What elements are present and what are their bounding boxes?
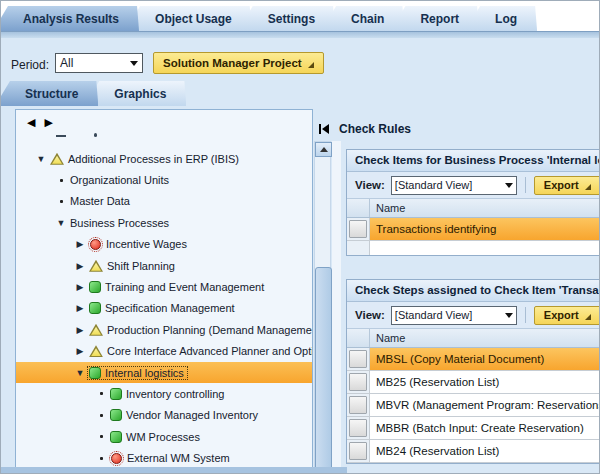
main-tab-bar: Analysis ResultsObject UsageSettingsChai… <box>1 1 600 31</box>
collapse-node-icon[interactable]: ▼ <box>54 218 68 228</box>
export-label: Export <box>544 179 579 191</box>
bullet-icon <box>54 179 68 182</box>
tree-item-labelwrap: Inventory controlling <box>108 387 228 401</box>
expand-node-icon[interactable]: ▶ <box>73 261 87 271</box>
row-name-cell: Transactions identifying <box>370 218 600 240</box>
row-selector-button[interactable] <box>349 419 367 437</box>
tree-item-label: Core Interface Advanced Planner and Opti… <box>107 345 313 357</box>
tab-settings[interactable]: Settings <box>238 6 335 31</box>
expand-node-icon[interactable]: ▶ <box>73 239 87 249</box>
collapse-node-icon[interactable]: ▼ <box>73 368 87 378</box>
table-row[interactable]: MB25 (Reservation List) <box>347 371 600 394</box>
row-selector-button[interactable] <box>349 220 367 238</box>
row-selector-button[interactable] <box>349 373 367 391</box>
toolbar-separator <box>525 307 526 323</box>
row-name-cell: MB25 (Reservation List) <box>370 371 600 393</box>
panel-toolbar: View: [Standard View] Export <box>347 172 600 199</box>
scrollbar-thumb[interactable] <box>315 267 332 474</box>
tree-item-business-processes[interactable]: ▼Business Processes <box>16 212 312 233</box>
period-dropdown[interactable]: All <box>55 53 143 73</box>
tree-item-specification-management[interactable]: ▶Specification Management <box>16 298 312 319</box>
vertical-scrollbar[interactable] <box>314 141 331 474</box>
tree-item-labelwrap: Master Data <box>68 194 134 208</box>
tree-item-internal-logistics[interactable]: ▼Internal logistics <box>16 362 312 383</box>
solution-manager-project-button[interactable]: Solution Manager Project <box>153 52 324 74</box>
tree-item-external-wm-system[interactable]: External WM System <box>16 447 312 468</box>
table-row[interactable]: MB24 (Reservation List) <box>347 440 600 463</box>
tree-item-core-interface-advanced-planner-and-optimizer[interactable]: ▶Core Interface Advanced Planner and Opt… <box>16 341 312 362</box>
selector-column-header <box>347 199 370 217</box>
clipped-tree-item-fragment <box>56 135 66 137</box>
tree-item-label: Organizational Units <box>70 174 169 186</box>
structure-tree-panel: ◀ ▶ ▼Additional Processes in ERP (IBIS)O… <box>15 109 313 469</box>
green-square-icon <box>110 431 122 443</box>
tree-item-label: Inventory controlling <box>126 388 224 400</box>
tree-item-labelwrap: Vendor Managed Inventory <box>108 408 262 422</box>
collapse-panel-icon[interactable] <box>319 124 329 134</box>
collapse-node-icon[interactable]: ▼ <box>34 154 48 164</box>
tree-item-labelwrap: Incentive Wages <box>87 237 191 251</box>
row-selector-cell <box>347 218 370 240</box>
tree-item-labelwrap: Additional Processes in ERP (IBIS) <box>48 152 243 166</box>
check-steps-panel: Check Steps assigned to Check Item 'Tran… <box>346 279 600 464</box>
row-selector-button[interactable] <box>349 350 367 368</box>
scroll-left-icon[interactable]: ◀ <box>27 116 35 129</box>
warning-triangle-icon <box>89 260 103 272</box>
export-button[interactable]: Export <box>534 306 600 325</box>
table-row[interactable]: Transactions identifying <box>347 218 600 241</box>
tree-item-label: External WM System <box>127 452 230 464</box>
export-button[interactable]: Export <box>534 176 600 195</box>
tab-analysis-results[interactable]: Analysis Results <box>0 6 139 31</box>
tab-object-usage[interactable]: Object Usage <box>125 6 252 31</box>
bottom-strip <box>1 467 347 474</box>
green-square-icon <box>89 302 101 314</box>
tree-item-organizational-units[interactable]: Organizational Units <box>16 169 312 190</box>
row-selector-cell <box>347 394 370 416</box>
row-selector-button[interactable] <box>349 442 367 460</box>
warning-triangle-icon <box>50 153 64 165</box>
tree-item-master-data[interactable]: Master Data <box>16 191 312 212</box>
tree-item-production-planning-demand-management-[interactable]: ▶Production Planning (Demand Management) <box>16 319 312 340</box>
row-name-cell: MB24 (Reservation List) <box>370 440 600 462</box>
tree-item-labelwrap: External WM System <box>108 451 234 465</box>
expand-node-icon[interactable]: ▶ <box>73 346 87 356</box>
row-name-cell: MBBR (Batch Input: Create Reservation) <box>370 417 600 439</box>
view-label: View: <box>355 179 385 191</box>
panel-toolbar: View: [Standard View] Export <box>347 302 600 329</box>
scroll-right-icon[interactable]: ▶ <box>44 116 52 129</box>
empty-row <box>347 241 600 255</box>
table-row[interactable]: MBSL (Copy Material Document) <box>347 348 600 371</box>
tree-item-vendor-managed-inventory[interactable]: Vendor Managed Inventory <box>16 405 312 426</box>
tree-item-shift-planning[interactable]: ▶Shift Planning <box>16 255 312 276</box>
tree-item-label: Production Planning (Demand Management) <box>107 324 313 336</box>
menu-triangle-icon <box>308 62 314 68</box>
table-row[interactable]: MBBR (Batch Input: Create Reservation) <box>347 417 600 440</box>
view-dropdown-value: [Standard View] <box>395 309 472 321</box>
tree-item-wm-processes[interactable]: WM Processes <box>16 426 312 447</box>
tree-item-incentive-wages[interactable]: ▶Incentive Wages <box>16 234 312 255</box>
selector-column-header <box>347 329 370 347</box>
bullet-icon <box>94 392 108 395</box>
row-name-cell: MBSL (Copy Material Document) <box>370 348 600 370</box>
view-tab-graphics[interactable]: Graphics <box>84 81 186 106</box>
bullet-icon <box>94 435 108 438</box>
row-selector-button[interactable] <box>349 396 367 414</box>
bullet-icon <box>54 200 68 203</box>
table-row[interactable]: MBVR (Management Program: Reservations) <box>347 394 600 417</box>
name-column-header: Name <box>370 329 405 347</box>
view-dropdown[interactable]: [Standard View] <box>391 176 517 195</box>
green-square-icon <box>110 388 122 400</box>
tree-item-inventory-controlling[interactable]: Inventory controlling <box>16 383 312 404</box>
expand-node-icon[interactable]: ▶ <box>73 325 87 335</box>
view-dropdown[interactable]: [Standard View] <box>391 306 517 325</box>
tree-item-training-and-event-management[interactable]: ▶Training and Event Management <box>16 276 312 297</box>
tree-item-additional-processes-in-erp-ibis-[interactable]: ▼Additional Processes in ERP (IBIS) <box>16 148 312 169</box>
expand-node-icon[interactable]: ▶ <box>73 282 87 292</box>
view-label: View: <box>355 309 385 321</box>
scrollbar-up-button[interactable] <box>315 142 332 157</box>
expand-node-icon[interactable]: ▶ <box>73 303 87 313</box>
tree-item-label: Training and Event Management <box>105 281 264 293</box>
tree-item-label: Additional Processes in ERP (IBIS) <box>68 153 239 165</box>
view-tab-structure[interactable]: Structure <box>0 81 98 106</box>
row-selector-cell <box>347 440 370 462</box>
